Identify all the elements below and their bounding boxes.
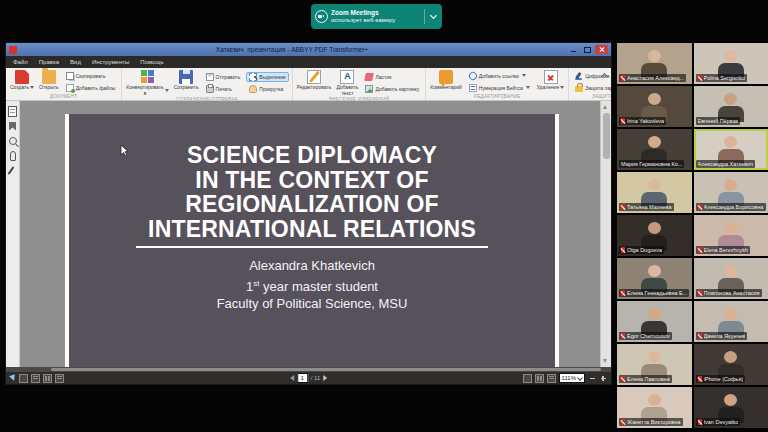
participant-tile[interactable]: Татьяна Махнева	[617, 172, 692, 213]
participant-name-label: Elena Berezhnykh	[696, 246, 751, 254]
mic-muted-icon	[621, 376, 625, 382]
button-label: Добавить картинку	[375, 86, 419, 92]
button-label-row: Добавить текст	[336, 85, 358, 97]
eraser-button[interactable]: Ластик	[362, 72, 422, 82]
bates-numbering-button[interactable]: Нумерация Бейтса	[466, 83, 533, 93]
participant-name-label: Мария Германовна Ко...	[619, 160, 684, 168]
menu-item[interactable]: Помощь	[140, 59, 163, 65]
two-page-view-button[interactable]	[43, 374, 52, 383]
participant-name-label: Татьяна Махнева	[619, 203, 674, 211]
abbyy-app-icon	[9, 46, 17, 54]
add-files-button[interactable]: Добавить файлы	[63, 83, 119, 93]
participant-tile[interactable]: Polina Sergienko	[694, 43, 768, 84]
convert-button[interactable]: Конвертировать в	[125, 69, 169, 97]
button-label: Конвертировать в	[126, 85, 163, 97]
document-canvas[interactable]: SCIENCE DIPLOMACY IN THE CONTEXT OF REGI…	[20, 101, 600, 367]
participant-name-label: iPhone (Софья)	[696, 375, 746, 383]
add-text-button[interactable]: Добавить текст	[335, 69, 359, 97]
send-button[interactable]: Отправить	[203, 72, 244, 82]
participant-tile[interactable]: Irina Yakovleva	[617, 86, 692, 127]
copy-button[interactable]: Скопировать	[63, 71, 119, 81]
button-label: Ластик	[375, 74, 391, 80]
print-icon	[206, 85, 214, 93]
attachments-tool-button[interactable]	[7, 151, 18, 161]
continuous-view-button[interactable]	[31, 374, 40, 383]
menu-item[interactable]: Файл	[13, 59, 28, 65]
vertical-scrollbar-thumb[interactable]	[603, 113, 610, 159]
participant-tile[interactable]: Анастасия Александ...	[617, 43, 692, 84]
signature-icon	[575, 72, 583, 80]
button-label: Добавить ссылки	[479, 73, 519, 79]
participant-silhouette-head	[724, 50, 737, 62]
participant-tile[interactable]: Egor Chernousov	[617, 301, 692, 342]
vertical-scrollbar[interactable]	[600, 101, 611, 367]
zoom-in-button[interactable]	[599, 374, 607, 382]
button-label: Открыть	[39, 85, 59, 91]
menu-item[interactable]: Инструменты	[92, 59, 129, 65]
participant-tile[interactable]: Данила Якунчев	[694, 301, 768, 342]
zoom-level-select[interactable]: 111%	[559, 373, 585, 383]
pen-tool-button[interactable]	[7, 166, 18, 176]
participant-tile[interactable]: Платонова Анастасия	[694, 258, 768, 299]
save-button[interactable]: Сохранить	[173, 69, 200, 97]
participant-tile[interactable]: Жанетта Викторовна	[617, 387, 692, 428]
mic-muted-icon	[621, 75, 625, 81]
maximize-button[interactable]	[581, 45, 594, 54]
participant-tile[interactable]: Olga Dogoeva	[617, 215, 692, 256]
next-page-button[interactable]	[323, 375, 327, 381]
button-label-row: Сохранить	[174, 85, 199, 91]
zoom-out-button[interactable]	[588, 374, 596, 382]
pointer-tool-icon[interactable]	[9, 374, 17, 382]
password-protection-button[interactable]: Защита паролем	[572, 83, 611, 93]
add-text-icon	[340, 70, 354, 84]
search-tool-button[interactable]	[7, 136, 18, 146]
participant-name: Мария Германовна Ко...	[621, 161, 682, 167]
mouse-cursor	[120, 145, 129, 157]
participant-tile[interactable]: iPhone (Софья)	[694, 344, 768, 385]
participant-silhouette-head	[648, 136, 661, 148]
single-page-view-button[interactable]	[19, 374, 28, 383]
zoom-value: 111%	[562, 374, 576, 382]
pages-tool-button[interactable]	[7, 106, 18, 116]
notification-expand-button[interactable]	[425, 15, 442, 18]
add-files-icon	[66, 84, 74, 92]
actual-size-button[interactable]	[547, 374, 556, 383]
participant-tile[interactable]: Ivan Devyatko	[694, 387, 768, 428]
open-button[interactable]: Открыть	[38, 69, 60, 94]
delete-button[interactable]: Удаление	[536, 69, 566, 94]
participant-tile[interactable]: Евгений Пёрвак	[694, 86, 768, 127]
mic-muted-icon	[621, 204, 625, 210]
title-bar[interactable]: Хаткевич_презентация - ABBYY PDF Transfo…	[6, 43, 611, 56]
edit-button[interactable]: Редактировать	[296, 69, 333, 97]
menu-item[interactable]: Вид	[70, 59, 81, 65]
participant-tile[interactable]: Елена Павловна	[617, 344, 692, 385]
page-number-input[interactable]: 1	[297, 373, 308, 383]
bookmarks-tool-button[interactable]	[7, 121, 18, 131]
close-button[interactable]	[595, 45, 608, 54]
add-image-button[interactable]: Добавить картинку	[362, 84, 422, 94]
minimize-button[interactable]	[567, 45, 580, 54]
print-button[interactable]: Печать	[203, 84, 244, 94]
participant-tile[interactable]: Елена Геннадьевна Е...	[617, 258, 692, 299]
fit-width-button[interactable]	[535, 374, 544, 383]
mic-muted-icon	[698, 419, 702, 425]
mic-muted-icon	[698, 333, 702, 339]
webcam-notification[interactable]: Zoom Meetings использует веб-камеру	[311, 4, 442, 29]
selection-button[interactable]: Выделение	[246, 72, 289, 82]
previous-page-button[interactable]	[290, 375, 294, 381]
comment-button[interactable]: Комментарий	[429, 69, 463, 94]
horizontal-scrollbar-thumb[interactable]	[51, 368, 601, 371]
participant-tile[interactable]: Александра Борисовна ...	[694, 172, 768, 213]
ribbon-collapse-button[interactable]	[600, 71, 608, 79]
minimize-icon	[571, 51, 576, 52]
two-page-scroll-view-button[interactable]	[55, 374, 64, 383]
convert-icon	[141, 70, 155, 84]
create-button[interactable]: Создать	[9, 69, 35, 94]
fit-page-button[interactable]	[523, 374, 532, 383]
menu-item[interactable]: Правка	[39, 59, 59, 65]
participant-tile[interactable]: Александра Хаткевич	[694, 129, 768, 170]
scroll-button[interactable]: Прокрутка	[246, 84, 289, 94]
add-links-button[interactable]: Добавить ссылки	[466, 71, 533, 81]
participant-tile[interactable]: Мария Германовна Ко...	[617, 129, 692, 170]
participant-tile[interactable]: Elena Berezhnykh	[694, 215, 768, 256]
